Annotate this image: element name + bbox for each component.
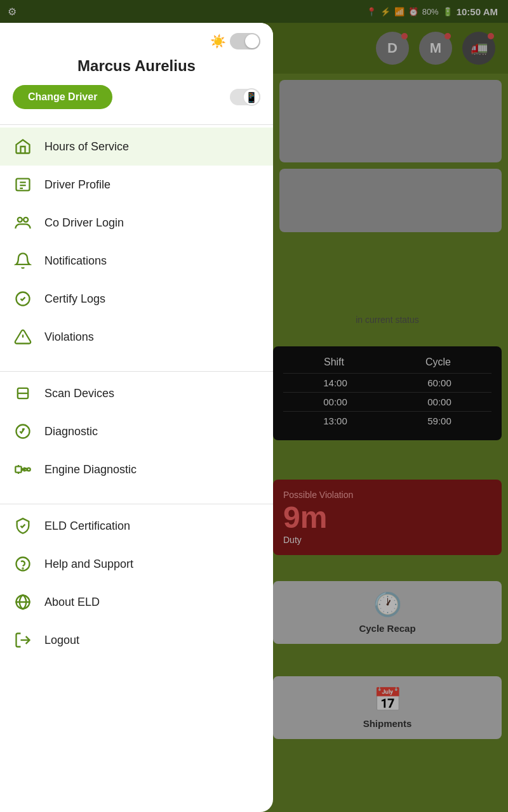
menu-item-co-driver-login[interactable]: Co Driver Login (0, 204, 273, 242)
divider-2 (0, 371, 273, 372)
sun-icon: ☀️ (210, 34, 226, 49)
diagnostic-label: Diagnostic (44, 425, 98, 438)
about-eld-label: About ELD (44, 596, 100, 609)
svg-point-4 (18, 218, 22, 222)
help-icon (13, 554, 33, 574)
menu-item-hours-of-service[interactable]: Hours of Service (0, 128, 273, 166)
violations-label: Violations (44, 331, 94, 344)
globe-icon (13, 592, 33, 612)
engine-diagnostic-label: Engine Diagnostic (44, 463, 137, 476)
menu-item-eld-certification[interactable]: ELD Certification (0, 507, 273, 545)
change-driver-button[interactable]: Change Driver (13, 85, 112, 109)
menu-item-logout[interactable]: Logout (0, 621, 273, 659)
scan-icon (13, 383, 33, 403)
phone-toggle-track: 📱 (230, 89, 260, 105)
warning-icon (13, 327, 33, 347)
menu-item-certify-logs[interactable]: Certify Logs (0, 280, 273, 318)
hours-of-service-label: Hours of Service (44, 140, 129, 154)
menu-item-help-support[interactable]: Help and Support (0, 545, 273, 583)
phone-icon: 📱 (243, 88, 260, 106)
menu-item-driver-profile[interactable]: Driver Profile (0, 166, 273, 204)
svg-rect-14 (15, 466, 21, 472)
menu-item-diagnostic[interactable]: Diagnostic (0, 412, 273, 450)
logout-label: Logout (44, 634, 79, 647)
svg-point-15 (27, 468, 30, 471)
menu-gap-2 (0, 488, 273, 501)
drawer-header: ☀️ Marcus Aurelius Change Driver 📱 (0, 23, 273, 122)
profile-icon (13, 174, 33, 195)
divider-1 (0, 124, 273, 125)
scan-devices-label: Scan Devices (44, 387, 114, 400)
certify-icon (13, 289, 33, 309)
menu-item-scan-devices[interactable]: Scan Devices (0, 374, 273, 412)
phone-toggle[interactable]: 📱 (230, 89, 260, 105)
theme-toggle[interactable]: ☀️ (210, 33, 260, 49)
co-driver-icon (13, 213, 33, 233)
svg-point-5 (23, 218, 28, 222)
menu-item-engine-diagnostic[interactable]: Engine Diagnostic (0, 450, 273, 488)
menu-gap-1 (0, 356, 273, 369)
toggle-track (230, 33, 260, 49)
menu-item-about-eld[interactable]: About ELD (0, 583, 273, 621)
menu-item-notifications[interactable]: Notifications (0, 242, 273, 280)
drawer-change-driver-row: Change Driver 📱 (13, 85, 260, 109)
co-driver-login-label: Co Driver Login (44, 216, 124, 230)
shield-icon (13, 516, 33, 536)
bell-icon (13, 251, 33, 271)
notifications-label: Notifications (44, 254, 107, 268)
engine-icon (13, 459, 33, 480)
driver-profile-label: Driver Profile (44, 178, 110, 192)
eld-certification-label: ELD Certification (44, 520, 130, 533)
help-support-label: Help and Support (44, 558, 133, 571)
home-icon (13, 136, 33, 157)
menu-item-violations[interactable]: Violations (0, 318, 273, 356)
svg-point-17 (22, 568, 23, 568)
certify-logs-label: Certify Logs (44, 292, 105, 306)
logout-icon (13, 630, 33, 650)
drawer-bottom-spacer (0, 659, 273, 678)
diagnostic-icon (13, 421, 33, 442)
divider-3 (0, 504, 273, 504)
toggle-thumb (245, 34, 259, 48)
side-drawer: ☀️ Marcus Aurelius Change Driver 📱 H (0, 23, 273, 812)
drawer-user-name: Marcus Aurelius (13, 57, 260, 75)
